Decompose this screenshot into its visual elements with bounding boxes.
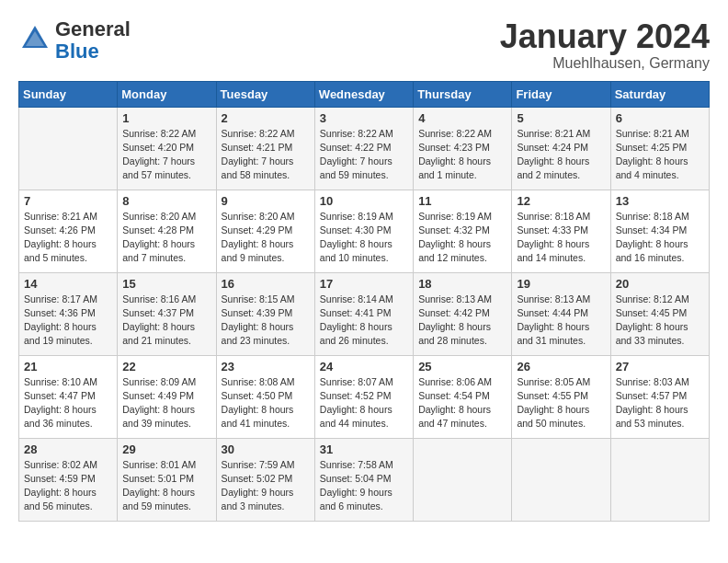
day-info: Sunrise: 8:15 AM Sunset: 4:39 PM Dayligh… xyxy=(222,293,310,349)
calendar-cell: 13Sunrise: 8:18 AM Sunset: 4:34 PM Dayli… xyxy=(610,190,709,272)
calendar-cell: 26Sunrise: 8:05 AM Sunset: 4:55 PM Dayli… xyxy=(512,355,610,438)
day-info: Sunrise: 8:21 AM Sunset: 4:26 PM Dayligh… xyxy=(24,210,112,266)
weekday-header-thursday: Thursday xyxy=(414,81,512,107)
weekday-header-sunday: Sunday xyxy=(19,81,118,107)
day-info: Sunrise: 8:06 AM Sunset: 4:54 PM Dayligh… xyxy=(418,375,506,431)
day-number: 15 xyxy=(122,277,210,291)
day-number: 16 xyxy=(222,277,310,291)
calendar-cell: 9Sunrise: 8:20 AM Sunset: 4:29 PM Daylig… xyxy=(216,190,314,272)
month-title: January 2024 xyxy=(500,18,710,55)
day-number: 29 xyxy=(122,442,210,456)
day-info: Sunrise: 8:22 AM Sunset: 4:22 PM Dayligh… xyxy=(320,127,408,183)
calendar-cell: 8Sunrise: 8:20 AM Sunset: 4:28 PM Daylig… xyxy=(118,190,216,272)
weekday-header-monday: Monday xyxy=(118,81,216,107)
day-info: Sunrise: 8:17 AM Sunset: 4:36 PM Dayligh… xyxy=(24,293,112,349)
day-number: 25 xyxy=(418,360,506,373)
day-number: 11 xyxy=(418,194,506,208)
day-info: Sunrise: 8:13 AM Sunset: 4:44 PM Dayligh… xyxy=(517,293,605,349)
day-info: Sunrise: 8:01 AM Sunset: 5:01 PM Dayligh… xyxy=(122,458,210,514)
logo-blue: Blue xyxy=(55,40,99,63)
day-info: Sunrise: 8:20 AM Sunset: 4:28 PM Dayligh… xyxy=(122,210,210,266)
day-info: Sunrise: 8:14 AM Sunset: 4:41 PM Dayligh… xyxy=(320,293,408,349)
calendar-week-row: 1Sunrise: 8:22 AM Sunset: 4:20 PM Daylig… xyxy=(19,107,710,190)
calendar-cell: 27Sunrise: 8:03 AM Sunset: 4:57 PM Dayli… xyxy=(610,355,709,438)
calendar-cell: 28Sunrise: 8:02 AM Sunset: 4:59 PM Dayli… xyxy=(19,438,118,521)
day-number: 27 xyxy=(616,360,704,373)
day-number: 9 xyxy=(222,194,310,208)
day-number: 6 xyxy=(616,111,704,125)
day-info: Sunrise: 7:59 AM Sunset: 5:02 PM Dayligh… xyxy=(222,458,310,514)
day-number: 26 xyxy=(517,360,605,373)
calendar-cell: 2Sunrise: 8:22 AM Sunset: 4:21 PM Daylig… xyxy=(216,107,314,190)
day-number: 1 xyxy=(122,111,210,125)
calendar-cell: 29Sunrise: 8:01 AM Sunset: 5:01 PM Dayli… xyxy=(118,438,216,521)
calendar-cell: 11Sunrise: 8:19 AM Sunset: 4:32 PM Dayli… xyxy=(414,190,512,272)
day-info: Sunrise: 8:16 AM Sunset: 4:37 PM Dayligh… xyxy=(122,293,210,349)
day-number: 10 xyxy=(320,194,408,208)
logo-icon xyxy=(18,22,51,59)
day-number: 4 xyxy=(418,111,506,125)
day-number: 7 xyxy=(24,194,112,208)
day-info: Sunrise: 8:21 AM Sunset: 4:24 PM Dayligh… xyxy=(517,127,605,183)
day-number: 20 xyxy=(616,277,704,291)
day-number: 19 xyxy=(517,277,605,291)
calendar-cell: 23Sunrise: 8:08 AM Sunset: 4:50 PM Dayli… xyxy=(216,355,314,438)
day-info: Sunrise: 8:02 AM Sunset: 4:59 PM Dayligh… xyxy=(24,458,112,514)
calendar-cell: 22Sunrise: 8:09 AM Sunset: 4:49 PM Dayli… xyxy=(118,355,216,438)
calendar-cell: 12Sunrise: 8:18 AM Sunset: 4:33 PM Dayli… xyxy=(512,190,610,272)
day-number: 14 xyxy=(24,277,112,291)
calendar-cell xyxy=(414,438,512,521)
logo: General Blue xyxy=(18,18,131,63)
day-info: Sunrise: 8:19 AM Sunset: 4:30 PM Dayligh… xyxy=(320,210,408,266)
day-info: Sunrise: 8:21 AM Sunset: 4:25 PM Dayligh… xyxy=(616,127,704,183)
day-number: 18 xyxy=(418,277,506,291)
calendar-cell: 7Sunrise: 8:21 AM Sunset: 4:26 PM Daylig… xyxy=(19,190,118,272)
calendar-cell: 31Sunrise: 7:58 AM Sunset: 5:04 PM Dayli… xyxy=(314,438,413,521)
calendar-table: SundayMondayTuesdayWednesdayThursdayFrid… xyxy=(18,81,710,522)
weekday-header-wednesday: Wednesday xyxy=(314,81,413,107)
weekday-header-friday: Friday xyxy=(512,81,610,107)
day-number: 17 xyxy=(320,277,408,291)
calendar-week-row: 14Sunrise: 8:17 AM Sunset: 4:36 PM Dayli… xyxy=(19,272,710,355)
calendar-cell xyxy=(512,438,610,521)
calendar-cell: 10Sunrise: 8:19 AM Sunset: 4:30 PM Dayli… xyxy=(314,190,413,272)
weekday-header-tuesday: Tuesday xyxy=(216,81,314,107)
day-info: Sunrise: 8:22 AM Sunset: 4:21 PM Dayligh… xyxy=(222,127,310,183)
day-number: 30 xyxy=(222,442,310,456)
day-number: 23 xyxy=(222,360,310,373)
calendar-cell: 25Sunrise: 8:06 AM Sunset: 4:54 PM Dayli… xyxy=(414,355,512,438)
day-info: Sunrise: 8:19 AM Sunset: 4:32 PM Dayligh… xyxy=(418,210,506,266)
calendar-cell: 17Sunrise: 8:14 AM Sunset: 4:41 PM Dayli… xyxy=(314,272,413,355)
day-info: Sunrise: 8:22 AM Sunset: 4:20 PM Dayligh… xyxy=(122,127,210,183)
calendar-cell: 15Sunrise: 8:16 AM Sunset: 4:37 PM Dayli… xyxy=(118,272,216,355)
calendar-cell: 20Sunrise: 8:12 AM Sunset: 4:45 PM Dayli… xyxy=(610,272,709,355)
title-block: January 2024 Muehlhausen, Germany xyxy=(500,18,710,72)
day-info: Sunrise: 8:05 AM Sunset: 4:55 PM Dayligh… xyxy=(517,375,605,431)
calendar-cell: 4Sunrise: 8:22 AM Sunset: 4:23 PM Daylig… xyxy=(414,107,512,190)
calendar-cell: 6Sunrise: 8:21 AM Sunset: 4:25 PM Daylig… xyxy=(610,107,709,190)
day-number: 8 xyxy=(122,194,210,208)
day-number: 12 xyxy=(517,194,605,208)
day-info: Sunrise: 8:07 AM Sunset: 4:52 PM Dayligh… xyxy=(320,375,408,431)
day-number: 24 xyxy=(320,360,408,373)
day-info: Sunrise: 8:09 AM Sunset: 4:49 PM Dayligh… xyxy=(122,375,210,431)
logo-general: General xyxy=(55,17,131,40)
calendar-cell: 30Sunrise: 7:59 AM Sunset: 5:02 PM Dayli… xyxy=(216,438,314,521)
day-number: 2 xyxy=(222,111,310,125)
calendar-cell: 19Sunrise: 8:13 AM Sunset: 4:44 PM Dayli… xyxy=(512,272,610,355)
calendar-cell xyxy=(19,107,118,190)
weekday-header-row: SundayMondayTuesdayWednesdayThursdayFrid… xyxy=(19,81,710,107)
calendar-cell: 24Sunrise: 8:07 AM Sunset: 4:52 PM Dayli… xyxy=(314,355,413,438)
day-number: 13 xyxy=(616,194,704,208)
location: Muehlhausen, Germany xyxy=(500,55,710,72)
calendar-cell: 21Sunrise: 8:10 AM Sunset: 4:47 PM Dayli… xyxy=(19,355,118,438)
calendar-cell: 14Sunrise: 8:17 AM Sunset: 4:36 PM Dayli… xyxy=(19,272,118,355)
day-info: Sunrise: 8:08 AM Sunset: 4:50 PM Dayligh… xyxy=(222,375,310,431)
day-number: 5 xyxy=(517,111,605,125)
day-number: 22 xyxy=(122,360,210,373)
weekday-header-saturday: Saturday xyxy=(610,81,709,107)
day-number: 28 xyxy=(24,442,112,456)
day-number: 31 xyxy=(320,442,408,456)
calendar-week-row: 7Sunrise: 8:21 AM Sunset: 4:26 PM Daylig… xyxy=(19,190,710,272)
calendar-cell: 1Sunrise: 8:22 AM Sunset: 4:20 PM Daylig… xyxy=(118,107,216,190)
